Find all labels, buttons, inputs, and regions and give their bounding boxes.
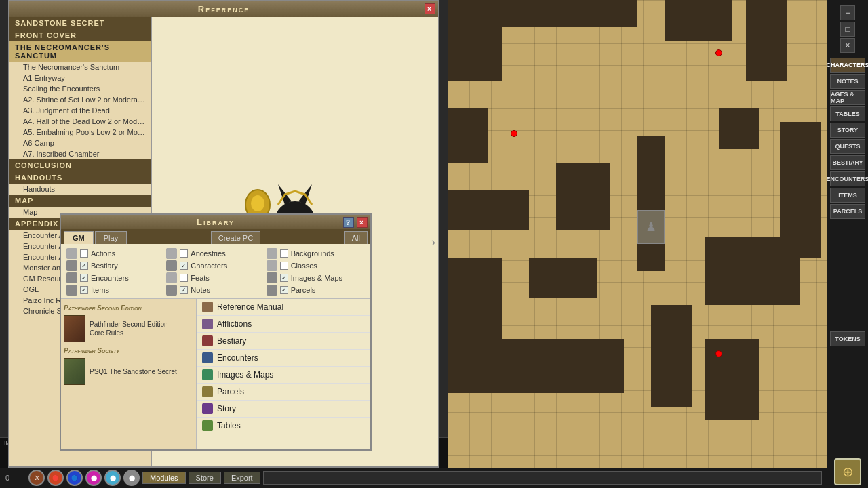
filter-items-checkbox[interactable]: ✓: [80, 286, 88, 294]
nav-item-sanctum[interactable]: The Necromancer's Sanctum: [9, 62, 151, 73]
filter-classes: Classes: [267, 260, 365, 271]
pf2e-section-label: Pathfinder Second Edition: [64, 304, 142, 312]
book-sandstone-secret[interactable]: PSQ1 The Sandstone Secret: [64, 356, 193, 387]
menu-item-images-maps[interactable]: Images & Maps: [197, 367, 370, 384]
filter-backgrounds-checkbox[interactable]: [280, 249, 288, 258]
bottom-bar: 0 ⚔ 🔴 🔵 ⬤ ⬤ ⬤ Modules Store Export: [0, 468, 827, 488]
library-tab-play[interactable]: Play: [95, 231, 127, 244]
menu-icon-parcels: [202, 386, 213, 397]
menu-item-afflictions[interactable]: Afflictions: [197, 316, 370, 333]
filter-characters-label: Characters: [191, 262, 227, 270]
nav-header-handouts[interactable]: HANDOUTS: [9, 171, 151, 184]
sidebar-btn-tokens[interactable]: Tokens: [830, 331, 865, 346]
reference-close-button[interactable]: ×: [425, 3, 435, 14]
filter-parcels-checkbox[interactable]: ✓: [280, 286, 288, 294]
library-tab-create-pc[interactable]: Create PC: [211, 231, 260, 244]
nav-item-scaling[interactable]: Scaling the Encounters: [9, 83, 151, 94]
filter-feats: Feats: [166, 272, 264, 283]
library-close-button[interactable]: ×: [357, 217, 368, 228]
nav-item-a6[interactable]: A6 Camp: [9, 138, 151, 148]
close-icon[interactable]: ×: [840, 38, 855, 53]
filter-classes-icon: [267, 260, 277, 271]
filter-notes: ✓ Notes: [166, 285, 264, 296]
nav-item-a3[interactable]: A3. Judgment of the Dead: [9, 105, 151, 116]
map-background: ♟: [448, 0, 868, 488]
library-tab-gm[interactable]: GM: [64, 231, 94, 244]
filter-ancestries-label: Ancestries: [191, 249, 225, 258]
filter-feats-checkbox[interactable]: [180, 274, 188, 282]
sidebar-btn-parcels[interactable]: Parcels: [830, 204, 865, 219]
nav-header-sandstone[interactable]: SANDSTONE SECRET: [9, 17, 151, 29]
library-section-pf2e: Pathfinder Second Edition: [64, 302, 193, 313]
avatar-4[interactable]: ⬤: [85, 470, 102, 486]
modules-button[interactable]: Modules: [142, 472, 186, 484]
library-menu-panel: Reference Manual Afflictions Bestiary En…: [197, 299, 370, 449]
filter-images-maps-checkbox[interactable]: ✓: [280, 274, 288, 282]
nav-header-map[interactable]: MAP: [9, 195, 151, 207]
export-button[interactable]: Export: [224, 472, 260, 484]
menu-item-encounters[interactable]: Encounters: [197, 350, 370, 367]
nav-item-handouts[interactable]: Handouts: [9, 184, 151, 195]
menu-item-tables[interactable]: Tables: [197, 418, 370, 434]
menu-item-parcels[interactable]: Parcels: [197, 384, 370, 401]
nav-item-a2[interactable]: A2. Shrine of Set Low 2 or Moderate 4: [9, 94, 151, 105]
book-core-rules[interactable]: Pathfinder Second EditionCore Rules: [64, 313, 193, 344]
filter-ancestries-checkbox[interactable]: [180, 249, 188, 258]
maximize-icon[interactable]: □: [840, 22, 855, 37]
filter-notes-checkbox[interactable]: ✓: [180, 286, 188, 294]
nav-item-a1[interactable]: A1 Entryway: [9, 73, 151, 83]
avatar-1[interactable]: ⚔: [28, 470, 45, 486]
filter-classes-checkbox[interactable]: [280, 262, 288, 270]
chat-input[interactable]: [263, 471, 822, 485]
filter-parcels: ✓ Parcels: [267, 285, 365, 296]
avatar-3[interactable]: 🔵: [66, 470, 83, 486]
pfs-section-label: Pathfinder Society: [64, 347, 119, 354]
sidebar-btn-characters[interactable]: Characters: [830, 58, 865, 73]
sidebar-btn-bestiary[interactable]: Bestiary: [830, 155, 865, 170]
compass-icon: ⊕: [834, 458, 861, 485]
minimize-icon[interactable]: −: [840, 5, 855, 20]
menu-item-story[interactable]: Story: [197, 401, 370, 418]
sidebar-window-controls: − □ ×: [827, 3, 868, 56]
svg-point-9: [251, 195, 264, 211]
nav-item-a5[interactable]: A5. Embalming Pools Low 2 or Moderate: [9, 127, 151, 138]
book-core-rules-thumb: [64, 315, 85, 342]
menu-icon-encounters: [202, 352, 213, 363]
store-button[interactable]: Store: [189, 472, 221, 484]
sidebar-btn-ages-map[interactable]: Ages & Map: [830, 90, 865, 105]
menu-label-tables: Tables: [217, 421, 241, 430]
nav-item-a7[interactable]: A7. Inscribed Chamber: [9, 148, 151, 159]
library-tab-all[interactable]: All: [344, 231, 368, 244]
menu-label-encounters: Encounters: [217, 353, 258, 363]
filter-images-maps-icon: [267, 272, 277, 283]
filter-classes-label: Classes: [291, 262, 317, 270]
menu-label-afflictions: Afflictions: [217, 319, 252, 329]
menu-icon-afflictions: [202, 319, 213, 329]
sidebar-btn-encounters[interactable]: Encounters: [830, 171, 865, 186]
menu-label-reference-manual: Reference Manual: [217, 302, 283, 312]
menu-icon-tables: [202, 420, 213, 431]
sidebar-btn-story[interactable]: Story: [830, 123, 865, 138]
sidebar-btn-notes[interactable]: Notes: [830, 74, 865, 89]
nav-item-a4[interactable]: A4. Hall of the Dead Low 2 or Moderate 4: [9, 116, 151, 127]
menu-label-story: Story: [217, 404, 236, 413]
sidebar-btn-items[interactable]: Items: [830, 188, 865, 203]
sidebar-btn-quests[interactable]: Quests: [830, 139, 865, 154]
scroll-right-button[interactable]: ›: [431, 235, 435, 249]
filter-actions-checkbox[interactable]: [80, 249, 88, 258]
nav-header-front-cover[interactable]: FRONT COVER: [9, 29, 151, 41]
menu-item-reference-manual[interactable]: Reference Manual: [197, 299, 370, 316]
nav-sub-necromancer[interactable]: THE NECROMANCER'S SANCTUM: [9, 41, 151, 62]
filter-characters-checkbox[interactable]: ✓: [180, 262, 188, 270]
menu-item-bestiary[interactable]: Bestiary: [197, 333, 370, 350]
nav-header-conclusion[interactable]: CONCLUSION: [9, 159, 151, 171]
library-help-button[interactable]: ?: [343, 217, 354, 228]
avatar-6[interactable]: ⬤: [123, 470, 140, 486]
filter-encounters-checkbox[interactable]: ✓: [80, 274, 88, 282]
filter-bestiary-checkbox[interactable]: ✓: [80, 262, 88, 270]
filter-actions-label: Actions: [91, 249, 115, 258]
sidebar-btn-tables[interactable]: Tables: [830, 106, 865, 121]
filter-bestiary-label: Bestiary: [91, 262, 118, 270]
avatar-2[interactable]: 🔴: [47, 470, 64, 486]
avatar-5[interactable]: ⬤: [104, 470, 121, 486]
